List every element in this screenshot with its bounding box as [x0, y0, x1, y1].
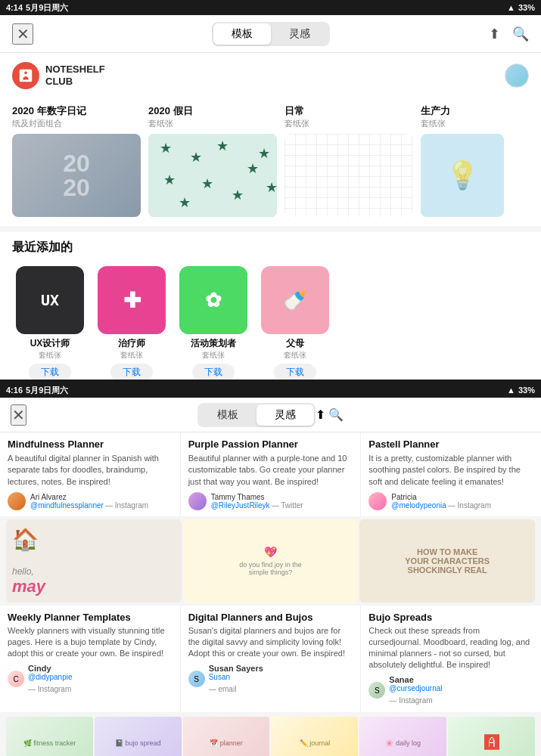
purple-handle: @RileyJustRileyk: [211, 501, 270, 510]
weekly-planner-col: Weekly Planner Templates Weekly planners…: [0, 606, 181, 711]
insp-descriptions-row: Mindfulness Planner A beautiful digital …: [0, 432, 541, 516]
digital-handle: Susan: [209, 673, 263, 681]
recent-card-ux[interactable]: UX UX设计师 套纸张 下载: [12, 266, 88, 380]
pastell-avatar: [368, 492, 387, 510]
upload-icon-2[interactable]: ⬆: [316, 408, 325, 421]
mindfulness-desc: A beautiful digital planner in Spanish w…: [8, 453, 173, 488]
bulb-icon: 💡: [446, 160, 480, 191]
bottom-thumb-3[interactable]: 📅 planner: [183, 717, 270, 756]
card-productivity[interactable]: 生产力 套纸张 💡: [421, 104, 504, 217]
card-daily[interactable]: 日常 套纸张: [284, 104, 413, 217]
status-bar-left: 4:14 5月9日周六: [6, 2, 68, 14]
time2-display: 4:16: [6, 386, 23, 395]
therapy-card-sub: 套纸张: [120, 350, 143, 361]
bottom-thumb-5[interactable]: 🌸 daily log: [359, 717, 446, 756]
tab-inspiration-2[interactable]: 灵感: [257, 404, 314, 426]
star10: ★: [266, 179, 277, 196]
pastell-title: Pastell Planner: [368, 438, 533, 450]
noteshelf-icon: 🅰: [484, 734, 499, 751]
digital-avatar: S: [188, 671, 205, 687]
heart-icon: 💖: [239, 546, 302, 558]
logo-text: NOTESHELF CLUB: [45, 64, 105, 87]
status-bar-top: 4:14 5月9日周六 ▲ 33%: [0, 0, 541, 15]
card-prod-img: 💡: [421, 134, 504, 217]
status-bar-right: ▲ 33%: [507, 3, 535, 12]
digital-author: Susan Sayers: [209, 664, 263, 673]
bujo-bg: HOW TO MAKEYOUR CHARACTERSSHOCKINGLY REA…: [359, 519, 535, 603]
purple-user-info: Tammy Thames @RileyJustRileyk — Twitter: [211, 493, 303, 510]
bujo-author: Sanae: [389, 675, 442, 684]
thumb-bujo[interactable]: HOW TO MAKEYOUR CHARACTERSSHOCKINGLY REA…: [359, 519, 535, 603]
recent-card-father[interactable]: 🍼 父母 套纸张 下载: [257, 266, 333, 380]
bujo-spreads-desc: Check out these spreads from cursedjourn…: [368, 625, 533, 670]
search-icon-2[interactable]: 🔍: [328, 408, 344, 421]
close-icon: ✕: [17, 25, 30, 43]
digital-user-info: Susan Sayers Susan — email: [209, 664, 263, 695]
logo-svg: [17, 67, 34, 84]
bujo-title: HOW TO MAKEYOUR CHARACTERSSHOCKINGLY REA…: [405, 547, 490, 575]
card-2020-title: 2020 年数字日记: [12, 104, 141, 118]
mindfulness-user-info: Ari Alvarez @mindfulnessplanner — Instag…: [30, 493, 148, 510]
recent-card-therapy[interactable]: ✚ 治疗师 套纸张 下载: [94, 266, 169, 380]
screen-bottom: 4:16 5月9日周六 ▲ 33% ✕ 模板 灵感 ⬆ 🔍 Mindfulnes…: [0, 383, 541, 756]
digital-user-row: S Susan Sayers Susan — email: [188, 664, 353, 695]
father-download-btn[interactable]: 下载: [274, 364, 316, 380]
hello-text: hello,: [12, 566, 45, 577]
logo-icon: [12, 62, 39, 89]
insp-col-mindfulness: Mindfulness Planner A beautiful digital …: [0, 432, 181, 516]
star9: ★: [258, 145, 270, 162]
screen-top: 4:14 5月9日周六 ▲ 33% ✕ 模板 灵感 ⬆ 🔍: [0, 0, 541, 380]
recent-card-event[interactable]: ✿ 活动策划者 套纸张 下载: [176, 266, 251, 380]
battery-display: 33%: [518, 3, 535, 12]
logo-line1: NOTESHELF: [45, 64, 105, 76]
digital-label: do you find joy in thesimple things?: [239, 561, 302, 576]
purple-avatar: [188, 492, 207, 510]
mindfulness-avatar: [8, 492, 26, 510]
bottom-thumb-4[interactable]: ✏️ journal: [271, 717, 358, 756]
weekly-source: — Instagram: [28, 685, 71, 693]
therapy-download-btn[interactable]: 下载: [110, 364, 153, 380]
card-prod-title: 生产力: [421, 104, 504, 118]
thumb-digital[interactable]: 💖 do you find joy in thesimple things?: [183, 519, 359, 603]
pastell-handle: @melodypeonia: [391, 501, 446, 510]
bujo-spreads-title: Bujo Spreads: [368, 612, 533, 623]
weekly-planner-desc: Weekly planners with visually stunning t…: [8, 625, 173, 659]
mindfulness-handle: @mindfulnessplanner: [30, 501, 104, 510]
user-avatar[interactable]: [505, 64, 529, 88]
star2: ★: [190, 149, 202, 166]
event-download-btn[interactable]: 下载: [192, 364, 235, 380]
hello-may-text: hello, may: [12, 566, 45, 596]
tab-templates[interactable]: 模板: [213, 23, 271, 45]
star4: ★: [247, 160, 259, 177]
card-holiday[interactable]: 2020 假日 套纸张 ★ ★ ★ ★ ★ ★ ★ ★ ★ ★: [148, 104, 277, 217]
ux-download-btn[interactable]: 下载: [29, 364, 71, 380]
close-button-2[interactable]: ✕: [11, 404, 26, 426]
logo-area: NOTESHELF CLUB: [0, 53, 541, 98]
card-daily-sub: 套纸张: [284, 118, 413, 129]
bottom-thumb-6[interactable]: 🅰: [448, 717, 535, 756]
thumb-hello-may[interactable]: 🏠 hello, may: [6, 519, 182, 603]
mindfulness-author: Ari Alvarez: [30, 493, 148, 501]
weekly-user-info: Cindy @didypanpie — Instagram: [28, 664, 73, 695]
tab-inspiration[interactable]: 灵感: [271, 23, 328, 45]
recent-cards-row: UX UX设计师 套纸张 下载 ✚ 治疗师 套纸张 下载 ✿ 活动策划者 套纸张…: [12, 259, 529, 380]
event-card-img: ✿: [179, 266, 247, 334]
purple-title: Purple Passion Planner: [188, 438, 353, 450]
card-holiday-title: 2020 假日: [148, 104, 277, 118]
upload-icon[interactable]: ⬆: [489, 26, 500, 42]
card-2020-diary[interactable]: 2020 年数字日记 纸及封面组合 2020: [12, 104, 141, 217]
ux-card-img: UX: [16, 266, 84, 334]
close-button[interactable]: ✕: [12, 23, 33, 45]
purple-social: @RileyJustRileyk — Twitter: [211, 501, 303, 510]
purple-source: — Twitter: [272, 501, 303, 510]
bottom-thumb-1[interactable]: 🌿 fitness tracker: [6, 717, 93, 756]
bottom-thumb-2[interactable]: 📓 bujo spread: [95, 717, 182, 756]
search-icon[interactable]: 🔍: [512, 26, 529, 42]
bujo-user-info: Sanae @cursedjournal — Instagram: [389, 675, 442, 706]
pastell-source: — Instagram: [448, 501, 491, 510]
tab-templates-2[interactable]: 模板: [199, 404, 257, 426]
event-card-sub: 套纸张: [202, 350, 225, 361]
purple-desc: Beautiful planner with a purple-tone and…: [188, 453, 353, 488]
pastell-desc: It is a pretty, customizable planner wit…: [368, 453, 533, 488]
purple-user: Tammy Thames @RileyJustRileyk — Twitter: [188, 492, 353, 510]
